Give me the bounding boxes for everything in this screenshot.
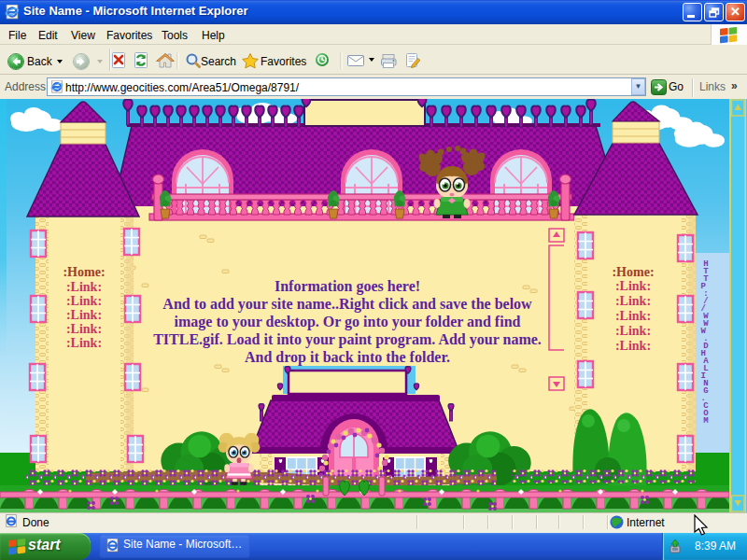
- svg-text::Link:: :Link:: [66, 336, 102, 350]
- svg-text::Link:: :Link:: [615, 339, 651, 353]
- svg-text::Link:: :Link:: [66, 280, 102, 294]
- svg-text::Link:: :Link:: [66, 322, 102, 336]
- svg-text::Home:: :Home:: [63, 265, 105, 279]
- svg-text::Home:: :Home:: [612, 265, 654, 279]
- svg-text::Link:: :Link:: [66, 308, 102, 322]
- svg-text::Link:: :Link:: [615, 294, 651, 308]
- svg-text:image to your desktop. Or go i: image to your desktop. Or go into your f…: [175, 314, 521, 330]
- svg-text::Link:: :Link:: [615, 324, 651, 338]
- svg-text:And drop it back into the fold: And drop it back into the folder.: [245, 349, 450, 366]
- svg-text:TITLE.gif. Load it into your p: TITLE.gif. Load it into your paint progr…: [153, 331, 542, 348]
- svg-text:And to add your site name..Rig: And to add your site name..Right click a…: [162, 296, 532, 313]
- svg-text::Link:: :Link:: [615, 279, 651, 293]
- svg-text::Link:: :Link:: [615, 309, 651, 323]
- svg-text:Information goes here!: Information goes here!: [275, 278, 420, 295]
- svg-text::Link:: :Link:: [66, 294, 102, 308]
